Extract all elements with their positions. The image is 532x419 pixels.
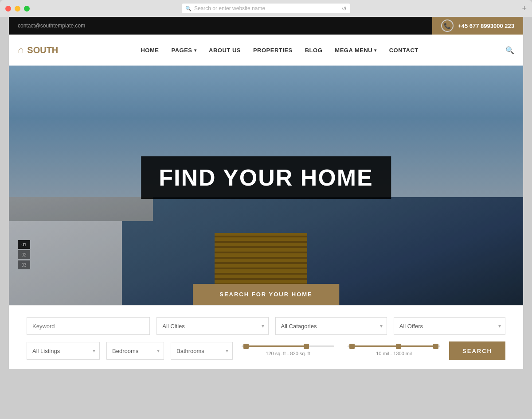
chevron-down-icon: ▾: [194, 48, 197, 53]
size-range-track: [242, 345, 334, 347]
price-range-fill: [352, 345, 435, 347]
nav-item-blog[interactable]: BLOG: [299, 47, 329, 54]
address-text: Search or enter website name: [194, 5, 265, 12]
maximize-button[interactable]: [24, 6, 30, 12]
nav-item-home[interactable]: HOME: [134, 47, 165, 54]
window-chrome: 🔍 Search or enter website name ↺ +: [0, 0, 532, 17]
size-range-handle-right[interactable]: [304, 344, 309, 349]
search-button[interactable]: 🔍: [501, 46, 514, 54]
bedrooms-select-wrapper: Bedrooms: [106, 342, 164, 360]
nav-item-pages[interactable]: PAGES ▾: [165, 47, 203, 54]
slide-3[interactable]: 03: [18, 260, 30, 269]
range-row: 120 sq. ft - 820 sq. ft 10 mil - 1300 mi…: [239, 345, 442, 356]
contact-email: contact@southtemplate.com: [9, 23, 85, 29]
price-range-handle-mid[interactable]: [396, 344, 401, 349]
price-range-handle-right[interactable]: [433, 344, 438, 349]
logo-text: SOUTH: [27, 45, 58, 55]
logo[interactable]: ⌂ SOUTH: [18, 44, 58, 56]
search-row-1: All Cities All Catagories All Offers: [27, 317, 505, 335]
logo-icon: ⌂: [18, 44, 23, 56]
nav-item-about[interactable]: ABOUT US: [203, 47, 247, 54]
price-range-label: 10 mil - 1300 mil: [345, 351, 442, 356]
site-wrapper: contact@southtemplate.com 📞 +45 677 8993…: [9, 17, 523, 369]
slide-2[interactable]: 02: [18, 250, 30, 259]
address-bar[interactable]: 🔍 Search or enter website name ↺: [182, 4, 350, 13]
close-button[interactable]: [5, 6, 11, 12]
nav-item-properties[interactable]: PROPERTIES: [247, 47, 299, 54]
bedrooms-select[interactable]: Bedrooms: [106, 342, 164, 360]
hero-section: FIND YOUR HOME 01 02 03 SEARCH FOR YOUR …: [9, 66, 523, 305]
size-range-group: 120 sq. ft - 820 sq. ft: [239, 345, 336, 356]
chevron-down-icon-2: ▾: [374, 48, 377, 53]
nav-item-megamenu[interactable]: MEGA MENU ▾: [329, 47, 383, 54]
keyword-input[interactable]: [27, 317, 150, 335]
search-row-2: All Listings Bedrooms Bathrooms: [27, 341, 505, 360]
slide-indicators: 01 02 03: [18, 240, 30, 269]
categories-select[interactable]: All Catagories: [275, 317, 387, 335]
size-range-handle-left[interactable]: [243, 344, 249, 349]
categories-select-wrapper: All Catagories: [275, 317, 387, 335]
search-button[interactable]: SEARCH: [449, 341, 505, 360]
phone-icon: 📞: [441, 19, 454, 32]
listings-select[interactable]: All Listings: [27, 342, 100, 360]
hero-title-box: FIND YOUR HOME: [141, 156, 391, 199]
price-range-handle-left[interactable]: [349, 344, 355, 349]
cities-select[interactable]: All Cities: [156, 317, 268, 335]
hero-title: FIND YOUR HOME: [159, 164, 373, 191]
listings-select-wrapper: All Listings: [27, 342, 100, 360]
nav-links: HOME PAGES ▾ ABOUT US PROPERTIES BLOG ME…: [134, 47, 424, 54]
slide-1[interactable]: 01: [18, 240, 30, 249]
size-range-label: 120 sq. ft - 820 sq. ft: [239, 351, 336, 356]
search-icon: 🔍: [185, 6, 192, 12]
offers-select[interactable]: All Offers: [394, 317, 505, 335]
cities-select-wrapper: All Cities: [156, 317, 268, 335]
new-tab-button[interactable]: +: [522, 4, 527, 13]
top-bar: contact@southtemplate.com 📞 +45 677 8993…: [9, 17, 523, 35]
price-range-track: [348, 345, 440, 347]
navbar: ⌂ SOUTH HOME PAGES ▾ ABOUT US PROPERTIES…: [9, 35, 523, 66]
nav-item-contact[interactable]: CONTACT: [383, 47, 425, 54]
reload-button[interactable]: ↺: [342, 5, 347, 12]
bathrooms-select[interactable]: Bathrooms: [171, 342, 233, 360]
phone-section[interactable]: 📞 +45 677 8993000 223: [432, 17, 523, 35]
search-panel: All Cities All Catagories All Offers All…: [9, 305, 523, 369]
size-range-fill: [246, 345, 306, 347]
price-range-group: 10 mil - 1300 mil: [345, 345, 442, 356]
bathrooms-select-wrapper: Bathrooms: [171, 342, 233, 360]
minimize-button[interactable]: [15, 6, 20, 12]
phone-number: +45 677 8993000 223: [458, 23, 514, 29]
hero-search-button[interactable]: SEARCH FOR YOUR HOME: [193, 284, 339, 305]
offers-select-wrapper: All Offers: [394, 317, 505, 335]
